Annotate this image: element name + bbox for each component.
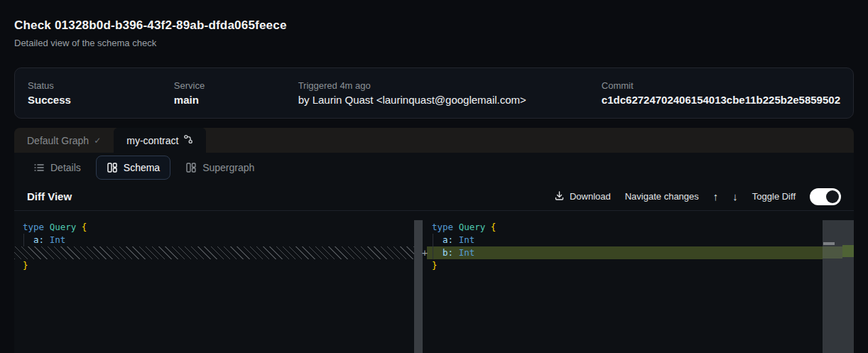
code-line: } bbox=[432, 259, 854, 272]
diff-gap-line bbox=[14, 246, 423, 259]
fork-icon bbox=[183, 134, 193, 146]
toggle-diff-switch[interactable] bbox=[810, 188, 841, 205]
status-field: Status Success bbox=[28, 80, 174, 106]
service-label: Service bbox=[174, 80, 298, 91]
tab-supergraph-label: Supergraph bbox=[202, 162, 254, 173]
columns-icon bbox=[107, 162, 118, 173]
left-scrollbar[interactable] bbox=[414, 220, 423, 353]
page-title: Check 01328b0d-b396-43f2-89ab-dfda065fee… bbox=[14, 18, 287, 33]
right-scrollbar[interactable] bbox=[823, 220, 854, 353]
diff-right-pane[interactable]: type Query { a: Int b: Int} bbox=[423, 211, 854, 353]
indent-guide bbox=[23, 234, 24, 246]
commit-value: c1dc62724702406154013cbe11b225b2e5859502 bbox=[602, 94, 840, 106]
code-line: type Query { bbox=[432, 221, 854, 234]
code-line: type Query { bbox=[23, 221, 423, 234]
arrow-up-icon: ↑ bbox=[713, 190, 719, 202]
service-field: Service main bbox=[174, 80, 298, 106]
triggered-field: Triggered 4m ago by Laurin Quast <laurin… bbox=[298, 80, 602, 106]
tab-schema[interactable]: Schema bbox=[96, 156, 170, 180]
tab-details-label: Details bbox=[50, 162, 81, 173]
added-line-plus-gutter: + bbox=[422, 246, 428, 259]
tab-default-graph-label: Default Graph bbox=[27, 135, 89, 146]
diff-controls: Download Navigate changes ↑ ↓ Toggle Dif… bbox=[554, 188, 841, 205]
indent-guide bbox=[433, 234, 433, 259]
download-button[interactable]: Download bbox=[554, 190, 611, 203]
columns-icon bbox=[185, 162, 197, 173]
commit-field: Commit c1dc62724702406154013cbe11b225b2e… bbox=[602, 80, 840, 106]
tab-supergraph[interactable]: Supergraph bbox=[175, 156, 265, 180]
previous-change-button[interactable]: ↑ bbox=[713, 190, 719, 202]
tab-my-contract-label: my-contract bbox=[126, 135, 178, 146]
navigate-changes-button[interactable]: Navigate changes bbox=[625, 191, 699, 202]
diff-toolbar: Diff View Download Navigate changes ↑ bbox=[14, 183, 854, 211]
tab-my-contract[interactable]: my-contract bbox=[114, 128, 206, 153]
check-icon: ✓ bbox=[94, 136, 101, 146]
commit-label: Commit bbox=[602, 80, 840, 91]
download-icon bbox=[554, 190, 565, 203]
tab-details[interactable]: Details bbox=[23, 156, 92, 180]
check-summary-card: Status Success Service main Triggered 4m… bbox=[14, 67, 854, 119]
code-line: b: Int bbox=[427, 246, 832, 259]
status-value: Success bbox=[28, 94, 174, 106]
diff-left-pane[interactable]: type Query { a: Int} bbox=[14, 211, 423, 353]
list-icon bbox=[33, 162, 45, 173]
scrollbar-slider[interactable] bbox=[823, 242, 835, 245]
toggle-diff-group: Toggle Diff bbox=[752, 191, 796, 202]
download-label: Download bbox=[570, 191, 611, 202]
code-line: } bbox=[23, 259, 423, 272]
schema-check-page: Check 01328b0d-b396-43f2-89ab-dfda065fee… bbox=[0, 0, 868, 353]
triggered-label: Triggered 4m ago bbox=[298, 80, 602, 91]
navigate-changes-label: Navigate changes bbox=[625, 191, 699, 202]
ruler-line-tint bbox=[823, 246, 842, 259]
graph-tab-strip: Default Graph ✓ my-contract bbox=[14, 128, 854, 153]
tab-schema-label: Schema bbox=[124, 162, 160, 173]
code-line: a: Int bbox=[432, 234, 854, 246]
triggered-value: by Laurin Quast <laurinquast@googlemail.… bbox=[298, 94, 602, 106]
ruler-added-mark bbox=[842, 245, 854, 257]
diff-editor: type Query { a: Int} type Query { a: Int… bbox=[14, 211, 854, 353]
toggle-diff-label: Toggle Diff bbox=[752, 191, 796, 202]
diff-view-title: Diff View bbox=[27, 190, 72, 202]
arrow-down-icon: ↓ bbox=[732, 190, 738, 202]
check-detail-panel: Details Schema bbox=[14, 153, 854, 353]
code-line: a: Int bbox=[23, 234, 423, 246]
page-subtitle: Detailed view of the schema check bbox=[14, 38, 156, 48]
view-tab-bar: Details Schema bbox=[14, 153, 854, 183]
service-value: main bbox=[174, 94, 298, 106]
next-change-button[interactable]: ↓ bbox=[732, 190, 738, 202]
tab-default-graph[interactable]: Default Graph ✓ bbox=[14, 128, 114, 153]
toggle-knob bbox=[826, 190, 839, 203]
status-label: Status bbox=[28, 80, 174, 91]
